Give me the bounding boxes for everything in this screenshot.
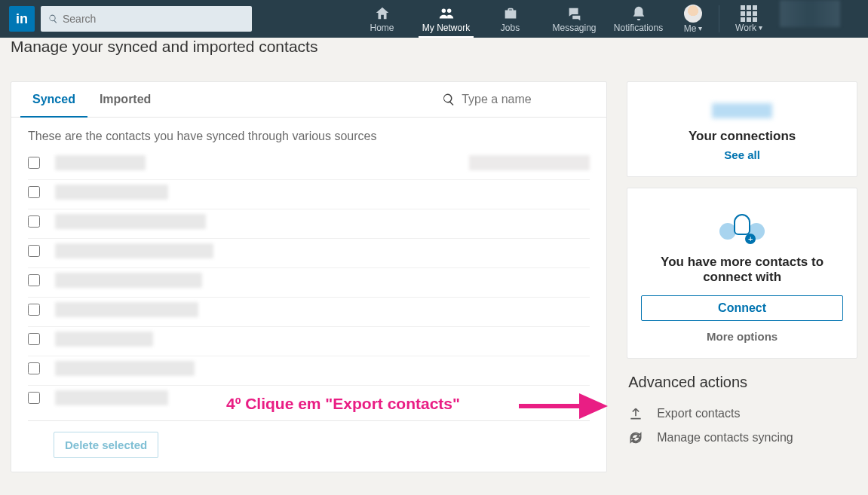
nav-jobs[interactable]: Jobs (478, 0, 542, 38)
synced-description: These are the contacts you have synced t… (11, 118, 606, 151)
advanced-actions-title: Advanced actions (628, 374, 857, 391)
briefcase-icon (502, 5, 519, 22)
tab-synced[interactable]: Synced (20, 82, 87, 117)
search-input[interactable] (63, 13, 244, 25)
contact-checkbox[interactable] (28, 333, 40, 345)
avatar (684, 5, 702, 23)
contact-row (11, 327, 606, 351)
contact-row (11, 151, 606, 175)
search-icon (442, 93, 455, 106)
nav-label: Me▾ (684, 23, 703, 34)
nav-home[interactable]: Home (350, 0, 414, 38)
contact-checkbox[interactable] (28, 392, 40, 404)
apps-grid-icon (741, 5, 757, 22)
manage-label: Manage contacts syncing (657, 431, 793, 445)
nav-label: Work▾ (735, 23, 762, 33)
contact-checkbox[interactable] (28, 274, 40, 286)
contact-name-blurred (55, 332, 153, 347)
connect-button[interactable]: Connect (641, 295, 843, 321)
contact-name-blurred (55, 185, 168, 200)
home-icon (374, 5, 391, 22)
contact-name-blurred (55, 273, 202, 288)
nav-label: Jobs (501, 23, 520, 33)
global-search[interactable] (41, 6, 252, 32)
delete-selected-button[interactable]: Delete selected (54, 432, 158, 458)
people-icon (438, 5, 455, 22)
nav-divider (719, 5, 719, 32)
export-label: Export contacts (657, 407, 740, 420)
contact-checkbox[interactable] (28, 245, 40, 257)
connect-prompt: You have more contacts to connect with (641, 255, 843, 285)
contact-checkbox[interactable] (28, 157, 40, 169)
contact-checkbox[interactable] (28, 186, 40, 198)
contact-info-blurred (469, 155, 590, 170)
connections-card: Your connections See all (627, 81, 857, 177)
caret-down-icon: ▾ (759, 23, 762, 32)
contact-name-blurred (55, 155, 146, 170)
contact-row (11, 298, 606, 322)
contact-name-blurred (55, 390, 168, 405)
nav-work[interactable]: Work▾ (722, 0, 775, 38)
messaging-icon (566, 5, 583, 22)
connect-card: + You have more contacts to connect with… (627, 188, 857, 359)
contact-name-blurred (55, 361, 195, 376)
nav-label: My Network (422, 23, 470, 33)
caret-down-icon: ▾ (698, 24, 702, 32)
bell-icon (630, 5, 647, 22)
page-title: Manage your synced and imported contacts (11, 38, 857, 56)
contact-checkbox[interactable] (28, 215, 40, 228)
connection-count-blurred (712, 103, 772, 118)
nav-items: Home My Network Jobs Messaging Notificat… (350, 0, 840, 38)
top-nav: in Home My Network Jobs Messaging Notifi… (0, 0, 868, 38)
more-options-link[interactable]: More options (641, 330, 843, 343)
name-filter[interactable] (442, 93, 597, 106)
people-graphic-icon: + (719, 214, 765, 246)
contact-name-blurred (55, 243, 213, 258)
nav-messaging[interactable]: Messaging (542, 0, 606, 38)
search-icon (48, 14, 58, 24)
sync-icon (628, 430, 643, 445)
nav-notifications[interactable]: Notifications (606, 0, 670, 38)
see-all-link[interactable]: See all (641, 148, 843, 161)
tab-imported[interactable]: Imported (87, 82, 163, 117)
contact-checkbox[interactable] (28, 304, 40, 316)
export-icon (628, 406, 643, 421)
contact-row (11, 239, 606, 263)
nav-label: Messaging (552, 23, 596, 33)
nav-label: Home (370, 23, 394, 33)
tabs: Synced Imported (11, 82, 606, 118)
name-filter-input[interactable] (462, 93, 597, 106)
connections-title: Your connections (641, 129, 843, 144)
manage-syncing-link[interactable]: Manage contacts syncing (627, 426, 857, 450)
contacts-card: Synced Imported These are the contacts y… (11, 81, 607, 472)
nav-my-network[interactable]: My Network (414, 0, 478, 38)
contact-row (11, 356, 606, 380)
linkedin-logo[interactable]: in (9, 6, 35, 32)
contact-name-blurred (55, 214, 206, 229)
contact-checkbox[interactable] (28, 362, 40, 374)
contact-row (11, 180, 606, 204)
nav-label: Notifications (614, 23, 663, 33)
export-contacts-link[interactable]: Export contacts (627, 402, 857, 426)
contact-row (11, 209, 606, 234)
nav-me[interactable]: Me▾ (670, 0, 716, 38)
contact-row (11, 268, 606, 292)
tutorial-annotation: 4º Clique em "Export contacts" (226, 395, 460, 413)
tutorial-arrow (519, 387, 609, 425)
promo-blurred (780, 0, 840, 27)
contact-name-blurred (55, 302, 198, 317)
